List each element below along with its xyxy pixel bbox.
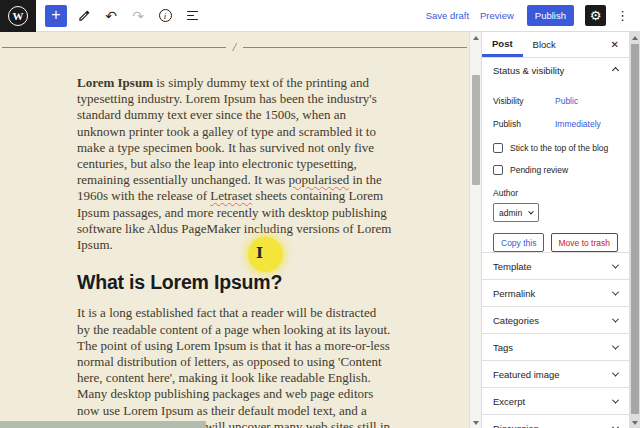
list-view-button[interactable] bbox=[182, 5, 202, 27]
gear-icon: ⚙ bbox=[590, 8, 602, 23]
sidebar-tabs: Post Block ✕ bbox=[482, 32, 629, 58]
save-draft-button[interactable]: Save draft bbox=[426, 10, 469, 21]
panel-template[interactable]: Template bbox=[482, 252, 629, 279]
misspelled-word: Letraset bbox=[210, 188, 252, 203]
visibility-row: Visibility Public bbox=[493, 94, 618, 108]
chevron-down-icon bbox=[528, 208, 534, 214]
heading-block[interactable]: What is Lorem Ipsum? bbox=[77, 274, 392, 290]
sidebar-scrollbar-thumb[interactable] bbox=[631, 44, 639, 414]
panel-discussion[interactable]: Discussion bbox=[482, 414, 629, 428]
settings-button[interactable]: ⚙ bbox=[585, 5, 606, 26]
publish-button[interactable]: Publish bbox=[527, 5, 574, 26]
panel-featured-image[interactable]: Featured image bbox=[482, 360, 629, 387]
panel-label: Permalink bbox=[493, 288, 535, 299]
panel-label: Featured image bbox=[493, 369, 560, 380]
panel-tags[interactable]: Tags bbox=[482, 333, 629, 360]
click-highlight bbox=[248, 237, 283, 272]
bottom-strip bbox=[0, 421, 206, 428]
post-content[interactable]: Lorem Ipsum is simply dummy text of the … bbox=[77, 75, 392, 428]
panel-label: Template bbox=[493, 261, 532, 272]
canvas-scrollbar[interactable] bbox=[469, 32, 481, 428]
tab-post[interactable]: Post bbox=[482, 32, 523, 57]
publish-value-button[interactable]: Immediately bbox=[555, 119, 601, 129]
settings-sidebar: Post Block ✕ Status & visibility Visibil… bbox=[481, 32, 629, 428]
author-label: Author bbox=[493, 188, 618, 198]
editor-toolbar: W + ↶ ↷ i Save draft Preview Publish ⚙ ⋮ bbox=[0, 0, 640, 32]
panel-label: Discussion bbox=[493, 423, 539, 428]
pending-review-option[interactable]: Pending review bbox=[493, 165, 618, 175]
theme-separator: / bbox=[0, 44, 469, 50]
chevron-down-icon bbox=[612, 342, 619, 349]
wordpress-logo-button[interactable]: W bbox=[0, 0, 36, 32]
chevron-up-icon bbox=[612, 66, 619, 73]
details-button[interactable]: i bbox=[155, 5, 175, 27]
publish-label: Publish bbox=[493, 119, 555, 129]
panel-label: Categories bbox=[493, 315, 539, 326]
author-select-value: admin bbox=[499, 208, 522, 218]
list-view-icon bbox=[187, 11, 198, 21]
block-inserter-button[interactable]: + bbox=[45, 5, 67, 27]
publish-row: Publish Immediately bbox=[493, 117, 618, 131]
chevron-down-icon bbox=[612, 396, 619, 403]
author-select[interactable]: admin bbox=[493, 203, 539, 222]
edit-mode-button[interactable] bbox=[74, 5, 94, 27]
chevron-down-icon bbox=[612, 315, 619, 322]
preview-button[interactable]: Preview bbox=[480, 10, 514, 21]
chevron-down-icon bbox=[612, 369, 619, 376]
tab-block[interactable]: Block bbox=[523, 32, 566, 57]
post-action-buttons: Copy this Move to trash bbox=[493, 233, 618, 252]
stick-to-top-checkbox[interactable] bbox=[493, 143, 503, 153]
chevron-down-icon bbox=[612, 261, 619, 268]
paragraph-block-2[interactable]: It is a long established fact that a rea… bbox=[77, 305, 392, 428]
panel-label: Tags bbox=[493, 342, 513, 353]
paragraph-block-1[interactable]: Lorem Ipsum is simply dummy text of the … bbox=[77, 75, 392, 253]
panel-excerpt[interactable]: Excerpt bbox=[482, 387, 629, 414]
more-options-button[interactable]: ⋮ bbox=[614, 8, 631, 23]
bold-lead: Lorem Ipsum bbox=[77, 75, 153, 90]
chevron-down-icon bbox=[612, 423, 619, 428]
move-to-trash-button[interactable]: Move to trash bbox=[551, 233, 619, 252]
panel-categories[interactable]: Categories bbox=[482, 306, 629, 333]
misspelled-word: popularised bbox=[289, 172, 350, 187]
status-visibility-body: Visibility Public Publish Immediately St… bbox=[482, 82, 629, 252]
panel-permalink[interactable]: Permalink bbox=[482, 279, 629, 306]
scroll-down-arrow[interactable] bbox=[629, 418, 640, 427]
separator-glyph: / bbox=[233, 44, 236, 50]
pencil-icon bbox=[77, 9, 91, 23]
visibility-value-button[interactable]: Public bbox=[555, 96, 578, 106]
undo-button[interactable]: ↶ bbox=[101, 5, 121, 27]
stick-to-top-label: Stick to the top of the blog bbox=[510, 143, 608, 153]
canvas-scrollbar-thumb[interactable] bbox=[472, 75, 480, 185]
text-cursor-icon: I bbox=[256, 244, 263, 262]
copy-this-button[interactable]: Copy this bbox=[493, 233, 544, 252]
pending-review-label: Pending review bbox=[510, 165, 568, 175]
pending-review-checkbox[interactable] bbox=[493, 165, 503, 175]
close-icon: ✕ bbox=[611, 39, 619, 50]
paragraph-2-text: It is a long established fact that a rea… bbox=[77, 305, 390, 428]
panel-label: Excerpt bbox=[493, 396, 525, 407]
panel-title: Status & visibility bbox=[493, 65, 564, 76]
chevron-down-icon bbox=[612, 288, 619, 295]
scroll-up-arrow[interactable] bbox=[629, 33, 640, 42]
editor-canvas[interactable]: / Lorem Ipsum is simply dummy text of th… bbox=[0, 32, 469, 428]
toolbar-actions: Save draft Preview Publish ⚙ ⋮ bbox=[415, 5, 640, 26]
visibility-label: Visibility bbox=[493, 96, 555, 106]
close-sidebar-button[interactable]: ✕ bbox=[601, 32, 629, 57]
status-visibility-panel-header[interactable]: Status & visibility bbox=[482, 58, 629, 82]
wordpress-icon: W bbox=[8, 6, 28, 26]
redo-button[interactable]: ↷ bbox=[128, 5, 148, 27]
stick-to-top-option[interactable]: Stick to the top of the blog bbox=[493, 143, 618, 153]
paragraph-1-text: is simply dummy text of the printing and… bbox=[77, 75, 377, 187]
separator-line-left bbox=[2, 47, 226, 48]
sidebar-scrollbar[interactable] bbox=[629, 32, 640, 428]
info-icon: i bbox=[159, 9, 172, 22]
separator-line-right bbox=[243, 47, 467, 48]
